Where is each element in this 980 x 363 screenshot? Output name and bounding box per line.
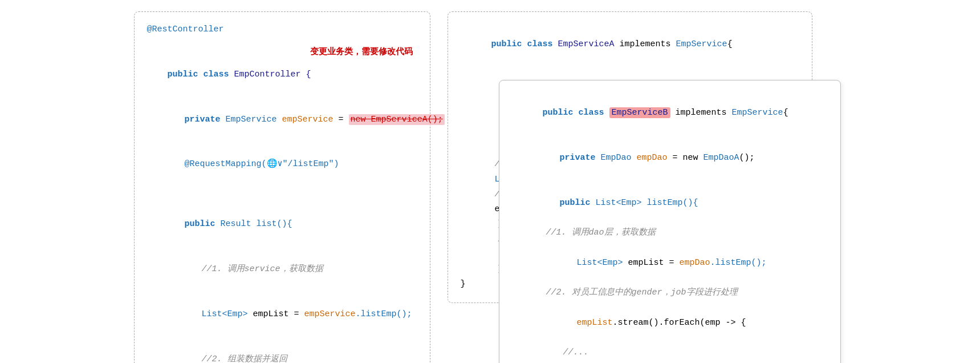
implements-kw-b: implements	[670, 108, 732, 118]
implements-kw-a: implements	[620, 39, 676, 49]
class-declaration: public class EmpController {	[147, 53, 417, 98]
listemp-name-b: listEmp(){	[647, 198, 698, 208]
comment-1-b: //1. 调用dao层，获取数据	[512, 225, 828, 240]
class-b-decl: public class EmpServiceB implements EmpS…	[512, 91, 828, 136]
emplist-decl-b: List<Emp> empList = empDao.listEmp();	[512, 241, 828, 286]
right-panel-wrapper: public class EmpServiceA implements EmpS…	[448, 11, 847, 303]
comment-text-1: //1. 调用service，获取数据	[202, 264, 323, 274]
list-type-b: List<Emp>	[577, 258, 628, 268]
request-mapping-annotation: @RequestMapping(	[185, 159, 267, 169]
listemp-method-b: public List<Emp> listEmp(){	[512, 181, 828, 226]
public-kw-2: public	[185, 219, 221, 229]
empserviceb-panel: public class EmpServiceB implements EmpS…	[499, 80, 841, 363]
emplist-stream: empList	[577, 318, 613, 328]
empservicea-name: EmpServiceA	[558, 39, 620, 49]
public-kw-listemp-b: public	[560, 198, 596, 208]
emplist-assign: empList =	[253, 309, 304, 319]
method-list-decl: public Result list(){	[147, 202, 417, 247]
class-keyword: class	[204, 70, 234, 79]
empservice-iface-b: EmpService	[732, 108, 783, 118]
comment-2-b: //2. 对员工信息中的gender，job字段进行处理	[512, 285, 828, 300]
paren-b: ();	[739, 153, 755, 163]
list-method: list(){	[257, 219, 292, 229]
annotation-line: @RestController	[147, 22, 417, 37]
comment-2: //2. 组装数据并返回	[147, 337, 417, 363]
globe-icon: 🌐	[267, 159, 278, 169]
result-type: Result	[221, 219, 257, 229]
class-kw-b: class	[579, 108, 609, 118]
class-name: EmpController {	[234, 70, 311, 79]
request-mapping-rest: ∨"/listEmp")	[278, 159, 339, 169]
empserviceb-name: EmpServiceB	[609, 107, 670, 118]
blank-line-2	[147, 187, 417, 202]
stream-chain: .stream().forEach(emp -> {	[613, 318, 746, 328]
empservice-var: empService	[304, 309, 356, 319]
listemp-call: .listEmp();	[356, 309, 412, 319]
comment-text-2: //2. 组装数据并返回	[202, 354, 287, 364]
comment-1: //1. 调用service，获取数据	[147, 247, 417, 292]
assign-op: =	[339, 115, 349, 124]
empdao-var-b: empDao	[637, 153, 673, 163]
class-kw-a: class	[527, 39, 558, 49]
public-kw-a: public	[491, 39, 527, 49]
listemp-call-b: .listEmp();	[710, 258, 767, 268]
request-mapping: @RequestMapping(🌐∨"/listEmp")	[147, 142, 417, 187]
brace-a: {	[727, 39, 733, 49]
change-annotation: 变更业务类，需要修改代码	[310, 46, 413, 57]
class-a-decl: public class EmpServiceA implements EmpS…	[461, 22, 799, 67]
field-declaration: private EmpService empService = new EmpS…	[147, 97, 417, 142]
type-empservice: EmpService	[226, 115, 282, 124]
emp-list-decl: List<Emp> empList = empService.listEmp()…	[147, 292, 417, 337]
emplist-b: empList =	[628, 258, 680, 268]
left-code-panel: @RestController public class EmpControll…	[134, 11, 430, 363]
list-type: List<Emp>	[202, 309, 253, 319]
private-kw-b: private	[560, 153, 601, 163]
var-empservice: empService	[282, 115, 339, 124]
private-keyword: private	[185, 115, 226, 124]
foreach-close-b: });	[512, 361, 828, 364]
empservice-iface-a: EmpService	[676, 39, 727, 49]
empdao-var-call: empDao	[680, 258, 710, 268]
brace-b: {	[783, 108, 788, 118]
assign-b: = new	[673, 153, 704, 163]
empdao-field-b: private EmpDao empDao = new EmpDaoA();	[512, 136, 828, 181]
list-emp-type-b: List<Emp>	[596, 198, 647, 208]
public-kw-b: public	[543, 108, 579, 118]
stream-foreach-b: empList.stream().forEach(emp -> {	[512, 301, 828, 346]
empdaoa-type-b: EmpDaoA	[704, 153, 739, 163]
empdao-type-b: EmpDao	[601, 153, 637, 163]
public-keyword: public	[168, 70, 204, 79]
old-service-value: new EmpServiceA();	[349, 114, 445, 125]
comment-dots-b: //...	[512, 345, 828, 360]
